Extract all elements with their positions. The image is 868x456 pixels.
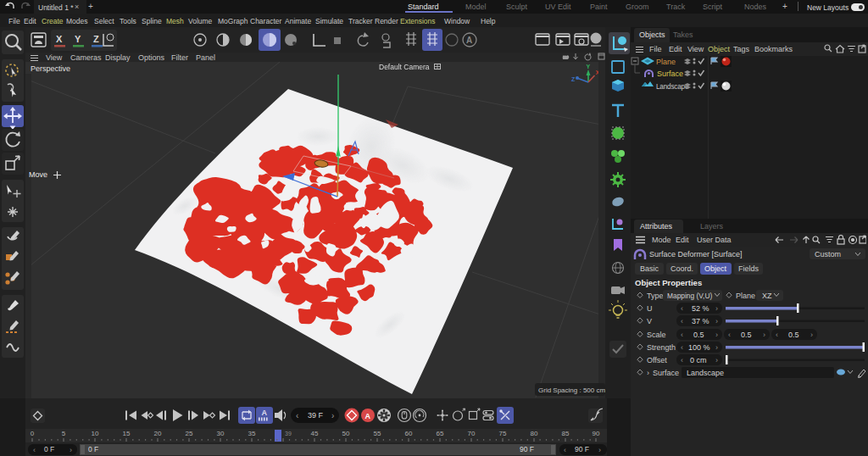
- svg-text:›: ›: [598, 446, 601, 454]
- svg-text:75: 75: [499, 430, 507, 437]
- svg-text:‹: ‹: [681, 343, 683, 352]
- svg-text:0.5: 0.5: [693, 331, 704, 339]
- svg-text:Y: Y: [587, 64, 591, 70]
- svg-text:70: 70: [468, 430, 476, 437]
- svg-text:U: U: [647, 304, 653, 313]
- svg-text:0 F: 0 F: [88, 445, 98, 453]
- svg-text:X: X: [56, 34, 63, 44]
- svg-text:›: ›: [715, 343, 718, 352]
- svg-text:Mapping (V,U): Mapping (V,U): [667, 292, 712, 300]
- svg-text:55: 55: [374, 430, 381, 437]
- svg-text:›: ›: [715, 304, 718, 313]
- svg-text:60: 60: [405, 430, 413, 437]
- svg-text:‹: ‹: [33, 446, 36, 454]
- svg-text:‹: ‹: [564, 446, 566, 454]
- svg-text:‹: ‹: [776, 331, 778, 339]
- svg-text:›: ›: [715, 356, 718, 364]
- svg-text:45: 45: [311, 430, 319, 437]
- svg-text:Y: Y: [75, 34, 81, 44]
- svg-text:A: A: [466, 36, 472, 45]
- svg-text:Strength: Strength: [647, 343, 676, 352]
- svg-text:Plane: Plane: [736, 292, 755, 300]
- svg-text:›: ›: [715, 331, 718, 339]
- svg-text:85: 85: [562, 430, 570, 437]
- svg-text:›: ›: [70, 446, 72, 454]
- svg-text:‹: ‹: [728, 331, 731, 339]
- svg-text:A: A: [365, 412, 371, 420]
- svg-text:Surface: Surface: [653, 369, 679, 377]
- svg-text:25: 25: [186, 430, 193, 437]
- svg-text:Scale: Scale: [647, 331, 666, 339]
- svg-text:0.5: 0.5: [788, 331, 799, 339]
- svg-text:Landscape: Landscape: [656, 83, 689, 91]
- svg-text:80: 80: [531, 430, 538, 437]
- svg-text:0: 0: [31, 430, 35, 437]
- svg-text:50: 50: [342, 430, 350, 437]
- svg-text:›: ›: [810, 331, 813, 339]
- svg-text:65: 65: [437, 430, 444, 437]
- svg-text:›: ›: [763, 331, 765, 339]
- svg-text:52 %: 52 %: [692, 304, 709, 313]
- svg-text:›: ›: [715, 317, 718, 325]
- svg-text:0 F: 0 F: [44, 445, 54, 453]
- svg-text:‹: ‹: [681, 356, 683, 364]
- svg-text:A: A: [262, 409, 268, 417]
- svg-text:Landscape: Landscape: [687, 369, 724, 377]
- svg-text:15: 15: [123, 430, 131, 437]
- svg-text:90 F: 90 F: [575, 445, 589, 453]
- svg-text:100 %: 100 %: [688, 343, 710, 352]
- svg-text:5: 5: [62, 430, 66, 437]
- svg-text:‹: ‹: [681, 317, 683, 325]
- svg-text:Plane: Plane: [656, 58, 676, 66]
- svg-text:Type: Type: [647, 292, 664, 300]
- svg-text:Z: Z: [571, 76, 576, 82]
- svg-text:39 F: 39 F: [308, 411, 324, 420]
- svg-text:90: 90: [593, 430, 600, 437]
- svg-text:›: ›: [647, 369, 649, 377]
- svg-text:‹: ‹: [296, 411, 298, 420]
- svg-text:10: 10: [92, 430, 99, 437]
- svg-text:‹: ‹: [681, 304, 683, 313]
- svg-text:Z: Z: [93, 34, 99, 44]
- svg-text:90 F: 90 F: [520, 445, 534, 453]
- svg-text:Surface: Surface: [657, 70, 683, 78]
- svg-text:0.5: 0.5: [741, 331, 752, 339]
- svg-text:35: 35: [248, 430, 256, 437]
- svg-text:37 %: 37 %: [692, 317, 709, 325]
- svg-text:39: 39: [285, 431, 292, 437]
- svg-text:›: ›: [331, 411, 334, 420]
- svg-text:Offset: Offset: [647, 356, 667, 364]
- svg-text:XZ: XZ: [762, 292, 772, 300]
- svg-text:0 cm: 0 cm: [690, 356, 707, 364]
- svg-text:20: 20: [154, 430, 162, 437]
- svg-text:V: V: [647, 317, 652, 325]
- svg-text:30: 30: [217, 430, 225, 437]
- svg-text:‹: ‹: [681, 331, 683, 339]
